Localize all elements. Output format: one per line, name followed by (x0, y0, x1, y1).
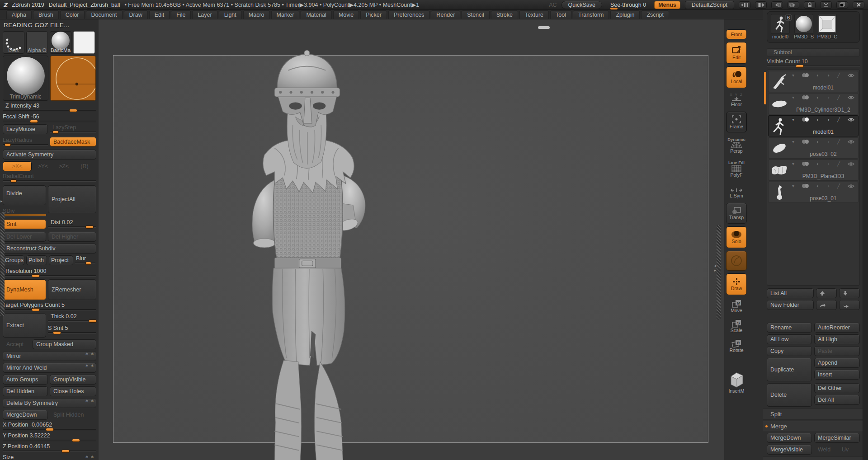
menu-item-light[interactable]: Light (219, 10, 242, 19)
brush-thumbnail[interactable]: TrimDynamic (3, 56, 48, 101)
subtool-scrollbar[interactable] (764, 72, 766, 104)
material-toggle-button[interactable] (726, 251, 747, 271)
subtool-item-selected[interactable]: ▾◐◑╱ model01 (768, 115, 859, 136)
restore-icon[interactable] (836, 1, 848, 9)
del-higher-button[interactable]: Del Higher (48, 232, 96, 242)
lock-icon[interactable] (804, 1, 816, 9)
divider-arrows-icon[interactable]: ◂▸ (714, 263, 716, 272)
all-high-button[interactable]: All High (814, 334, 860, 344)
scale-button[interactable]: S Scale (726, 318, 747, 335)
focal-shift-slider[interactable]: Focal Shift -56 (3, 113, 96, 123)
subtool-item[interactable]: ▾◐◑╱ pose03_01 (768, 182, 859, 203)
list-all-button[interactable]: List All (767, 288, 814, 298)
sdiv-slider[interactable]: SDiv (3, 208, 46, 217)
polyframe-button[interactable]: Line Fill PolyF (726, 158, 747, 179)
uv-button[interactable]: Uv (838, 445, 856, 455)
z-intensity-slider[interactable]: Z Intensity 43 (3, 103, 96, 112)
menu-item-preferences[interactable]: Preferences (388, 10, 429, 19)
split-hidden-button[interactable]: Split Hidden (50, 410, 96, 420)
move-out-folder-button[interactable] (816, 300, 837, 310)
visibility-eye-icon[interactable] (848, 73, 854, 78)
zremesher-button[interactable]: ZRemesher (48, 279, 96, 300)
subtool-item[interactable]: ▾◐◑╱ PM3D_Plane3D3 (768, 160, 859, 181)
transp-button[interactable]: Transp (726, 203, 747, 224)
projectall-button[interactable]: ProjectAll (48, 185, 96, 213)
panel-divider-handle[interactable] (717, 225, 721, 320)
duplicate-button[interactable]: Duplicate (767, 358, 812, 381)
solo-button[interactable]: Solo (726, 226, 747, 248)
menu-item-layer[interactable]: Layer (192, 10, 217, 19)
del-hidden-button[interactable]: Del Hidden (3, 386, 48, 396)
polish-button[interactable]: Polish (26, 255, 47, 265)
persp-button[interactable]: Dynamic Persp (726, 135, 747, 155)
move-up-button[interactable] (816, 288, 837, 298)
symmetry-z-button[interactable]: >Z< (54, 161, 73, 171)
minimize-icon[interactable] (820, 1, 832, 9)
menu-item-zscript[interactable]: Zscript (641, 10, 669, 19)
subtool-header[interactable]: Subtool (767, 48, 860, 56)
del-all-button[interactable]: Del All (814, 395, 860, 405)
resolution-slider[interactable]: Resolution 1000 (3, 268, 96, 277)
mergedown-subtool-button[interactable]: MergeDown (767, 433, 812, 443)
divider-left-icon[interactable] (739, 1, 750, 9)
front-view-button[interactable]: Front (726, 29, 747, 39)
menu-item-render[interactable]: Render (431, 10, 460, 19)
subtool-item[interactable]: ▾◐◑╱ pose03_02 (768, 137, 859, 159)
dock-left-icon[interactable] (771, 1, 783, 9)
mirror-and-weld-button[interactable]: Mirror And Weld (3, 363, 96, 373)
menu-item-material[interactable]: Material (301, 10, 331, 19)
close-icon[interactable] (853, 1, 864, 9)
copy-button[interactable]: Copy (767, 346, 812, 356)
menu-item-stencil[interactable]: Stencil (462, 10, 490, 19)
menu-item-picker[interactable]: Picker (360, 10, 387, 19)
collapse-icon[interactable]: ▾ (792, 73, 794, 78)
subtool-item[interactable]: ▾◐◑╱ PM3D_Cylinder3D1_2 (768, 93, 859, 114)
menu-item-movie[interactable]: Movie (333, 10, 359, 19)
close-holes-button[interactable]: Close Holes (50, 386, 96, 396)
menu-item-zplugin[interactable]: Zplugin (610, 10, 640, 19)
shade-icon[interactable]: ◐ (816, 73, 819, 78)
groupvisible-button[interactable]: GroupVisible (50, 375, 96, 385)
target-polygons-slider[interactable]: Target Polygons Count 5 (3, 302, 96, 311)
accept-button[interactable]: Accept (3, 339, 31, 349)
menu-item-transform[interactable]: Transform (573, 10, 609, 19)
mirror-axis-marks[interactable]: ∗ ∗ (85, 352, 94, 356)
lazyradius-slider[interactable]: LazyRadius (3, 137, 48, 146)
backfacemask-button[interactable]: BackfaceMask (50, 137, 96, 147)
insert-button[interactable]: Insert (814, 370, 860, 380)
quicksave-button[interactable]: QuickSave (561, 1, 602, 9)
y-position-slider[interactable]: Y Position 3.52222 (3, 432, 96, 442)
menu-item-file[interactable]: File (171, 10, 191, 19)
append-button[interactable]: Append (814, 358, 860, 368)
thick-slider[interactable]: Thick 0.02 (48, 313, 96, 323)
frame-button[interactable]: Frame (726, 112, 747, 132)
paste-button[interactable]: Paste (814, 346, 860, 356)
menu-item-tool[interactable]: Tool (550, 10, 571, 19)
auto-groups-button[interactable]: Auto Groups (3, 375, 48, 385)
lsym-button[interactable]: L.Sym (726, 186, 747, 200)
mask-icon[interactable]: ◑ (827, 73, 830, 78)
menu-item-edit[interactable]: Edit (149, 10, 170, 19)
symmetry-x-button[interactable]: >X< (3, 161, 32, 171)
tool-thumb-sphere[interactable]: PM3D_S (793, 14, 814, 42)
insert-mesh-button[interactable]: InsertM (726, 369, 747, 395)
activate-symmetry-button[interactable]: Activate Symmetry (3, 150, 96, 160)
del-other-button[interactable]: Del Other (814, 383, 860, 393)
autoreorder-button[interactable]: AutoReorder (814, 323, 860, 333)
z-position-slider[interactable]: Z Position 0.46145 (3, 443, 96, 453)
symmetry-y-button[interactable]: >Y< (33, 161, 52, 171)
texture-thumbnail[interactable] (73, 31, 95, 54)
move-down-button[interactable] (839, 288, 860, 298)
delete-by-symmetry-button[interactable]: Delete By Symmetry (3, 398, 96, 408)
move-button[interactable]: M Move (726, 298, 747, 315)
floor-button[interactable]: X Y Z Floor (726, 91, 747, 109)
mergevisible-button[interactable]: MergeVisible (767, 445, 812, 455)
viewport-canvas[interactable]: ◂▸ (99, 19, 724, 460)
brush-toggle-icon[interactable]: ╱ (837, 73, 840, 78)
menu-item-texture[interactable]: Texture (519, 10, 549, 19)
blur-slider[interactable]: Blur (75, 255, 95, 265)
menu-item-color[interactable]: Color (60, 10, 85, 19)
menu-item-macro[interactable]: Macro (243, 10, 270, 19)
size-slider[interactable]: Size∗ ∗ (3, 454, 96, 460)
dynamesh-button[interactable]: DynaMesh (3, 279, 46, 300)
